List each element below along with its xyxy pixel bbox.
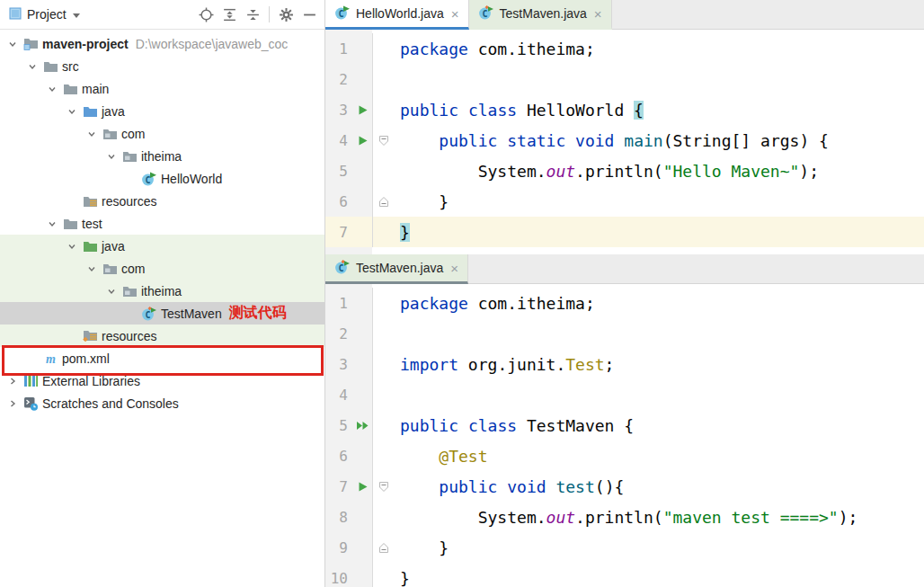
code-line-3[interactable]: 3public class HelloWorld { xyxy=(325,94,924,125)
tab-TestMaven.java[interactable]: CTestMaven.java× xyxy=(325,254,468,284)
code-text: @Test xyxy=(400,447,488,466)
code-line-2[interactable]: 2 xyxy=(325,318,924,349)
fold-open-icon[interactable] xyxy=(378,477,389,496)
expand-all-icon[interactable] xyxy=(219,4,239,24)
line-number: 3 xyxy=(325,356,352,373)
code-line-2[interactable]: 2 xyxy=(325,64,924,94)
chevron-down-icon[interactable] xyxy=(65,106,79,117)
chevron-down-icon[interactable] xyxy=(45,218,59,229)
svg-text:C: C xyxy=(338,8,343,18)
line-number: 6 xyxy=(325,193,352,210)
chevron-down-icon[interactable] xyxy=(84,263,99,274)
code-text: public class HelloWorld { xyxy=(400,101,644,120)
code-line-7[interactable]: 7} xyxy=(325,217,924,247)
tree-item-itheima-test[interactable]: itheima xyxy=(0,280,324,302)
code-line-3[interactable]: 3import org.junit.Test; xyxy=(325,349,924,379)
project-view-selector[interactable]: Project xyxy=(9,7,81,22)
chevron-right-icon[interactable] xyxy=(5,376,20,387)
tree-item-pom-xml[interactable]: mpom.xml xyxy=(0,347,324,369)
tree-item-maven-project[interactable]: maven-projectD:\workspace\javaweb_coc xyxy=(0,32,324,55)
tree-item-java-main[interactable]: java xyxy=(0,100,324,122)
svg-text:m: m xyxy=(46,352,56,366)
code-line-6[interactable]: 6 } xyxy=(325,186,924,217)
svg-text:C: C xyxy=(145,174,150,184)
code-line-5[interactable]: 5public class TestMaven { xyxy=(325,410,924,440)
tree-item-main[interactable]: main xyxy=(0,77,324,100)
code-line-10[interactable]: 10} xyxy=(325,563,924,587)
tab-HelloWorld.java[interactable]: CHelloWorld.java× xyxy=(325,0,469,30)
chevron-down-icon[interactable] xyxy=(104,286,119,297)
folder-package-icon xyxy=(101,262,119,275)
svg-text:C: C xyxy=(145,309,150,319)
tree-item-label: External Libraries xyxy=(42,374,140,388)
run-all-icon[interactable] xyxy=(355,416,369,435)
tree-item-testmaven-class[interactable]: CTestMaven测试代码 xyxy=(0,302,324,325)
code-line-5[interactable]: 5 System.out.println("Hello Maven~"); xyxy=(325,156,924,186)
code-text: } xyxy=(400,192,449,211)
fold-open-icon[interactable] xyxy=(378,131,389,150)
run-icon[interactable] xyxy=(357,477,369,496)
collapse-all-icon[interactable] xyxy=(243,4,262,24)
toolbar-separator xyxy=(269,6,270,22)
locate-icon[interactable] xyxy=(196,4,216,24)
chevron-down-icon[interactable] xyxy=(5,39,20,49)
code-editor-testmaven[interactable]: 1package com.itheima;23import org.junit.… xyxy=(325,284,924,587)
code-text: } xyxy=(400,538,449,557)
fold-close-icon[interactable] xyxy=(378,192,389,211)
tree-item-label: TestMaven xyxy=(161,307,222,321)
line-number: 2 xyxy=(325,71,352,88)
tree-item-test[interactable]: test xyxy=(0,212,324,235)
code-line-7[interactable]: 7 public void test(){ xyxy=(325,471,924,502)
folder-icon xyxy=(61,218,79,230)
code-line-1[interactable]: 1package com.itheima; xyxy=(325,33,924,64)
chevron-down-icon[interactable] xyxy=(104,151,119,162)
code-line-4[interactable]: 4 public static void main(String[] args)… xyxy=(325,125,924,156)
tree-item-scratches-and-consoles[interactable]: Scratches and Consoles xyxy=(0,392,324,414)
project-view-icon xyxy=(9,7,22,22)
settings-icon[interactable] xyxy=(276,4,296,24)
editor-tabbar-top: CHelloWorld.java×CTestMaven.java× xyxy=(325,0,924,30)
code-text: System.out.println("Hello Maven~"); xyxy=(400,162,819,181)
close-icon[interactable]: × xyxy=(451,6,459,22)
code-text: import org.junit.Test; xyxy=(400,355,614,374)
tree-item-external-libraries[interactable]: External Libraries xyxy=(0,369,324,392)
code-text: public void test(){ xyxy=(400,477,624,496)
tree-item-com-main[interactable]: com xyxy=(0,122,324,145)
tree-item-resources-main[interactable]: resources xyxy=(0,190,324,212)
tree-item-src[interactable]: src xyxy=(0,55,324,77)
caret-down-icon xyxy=(72,7,81,22)
tree-item-helloworld-class[interactable]: CHelloWorld xyxy=(0,167,324,190)
code-line-9[interactable]: 9 } xyxy=(325,532,924,563)
tree-item-com-test[interactable]: com xyxy=(0,257,324,280)
code-editor-helloworld[interactable]: 1package com.itheima;23public class Hell… xyxy=(325,30,924,254)
maven-icon: m xyxy=(41,351,59,365)
close-icon[interactable]: × xyxy=(450,261,458,276)
code-line-1[interactable]: 1package com.itheima; xyxy=(325,288,924,318)
chevron-down-icon[interactable] xyxy=(45,84,59,94)
folder-icon xyxy=(61,83,79,95)
fold-close-icon[interactable] xyxy=(378,538,389,557)
tab-TestMaven.java[interactable]: CTestMaven.java× xyxy=(469,0,612,30)
tree-item-label: src xyxy=(62,59,79,74)
code-line-6[interactable]: 6 @Test xyxy=(325,440,924,471)
hide-icon[interactable] xyxy=(299,4,319,24)
folder-package-icon xyxy=(120,285,138,298)
folder-resources-icon xyxy=(81,195,99,208)
chevron-down-icon[interactable] xyxy=(84,129,99,139)
tree-item-resources-test[interactable]: resources xyxy=(0,325,324,347)
tree-item-java-test[interactable]: java xyxy=(0,235,324,257)
tree-item-path: D:\workspace\javaweb_coc xyxy=(136,37,289,51)
tree-item-label: itheima xyxy=(141,284,182,298)
run-icon[interactable] xyxy=(357,131,369,150)
chevron-down-icon[interactable] xyxy=(25,61,40,72)
folder-resources-test-icon xyxy=(81,329,99,342)
code-line-4[interactable]: 4 xyxy=(325,379,924,410)
run-icon[interactable] xyxy=(357,101,369,120)
code-line-8[interactable]: 8 System.out.println("maven test ====>")… xyxy=(325,502,924,532)
tree-item-itheima-main[interactable]: itheima xyxy=(0,145,324,167)
tree-item-label: resources xyxy=(102,329,156,343)
chevron-right-icon[interactable] xyxy=(5,398,20,409)
close-icon[interactable]: × xyxy=(594,6,602,22)
chevron-down-icon[interactable] xyxy=(65,241,79,252)
class-icon: C xyxy=(140,172,158,186)
